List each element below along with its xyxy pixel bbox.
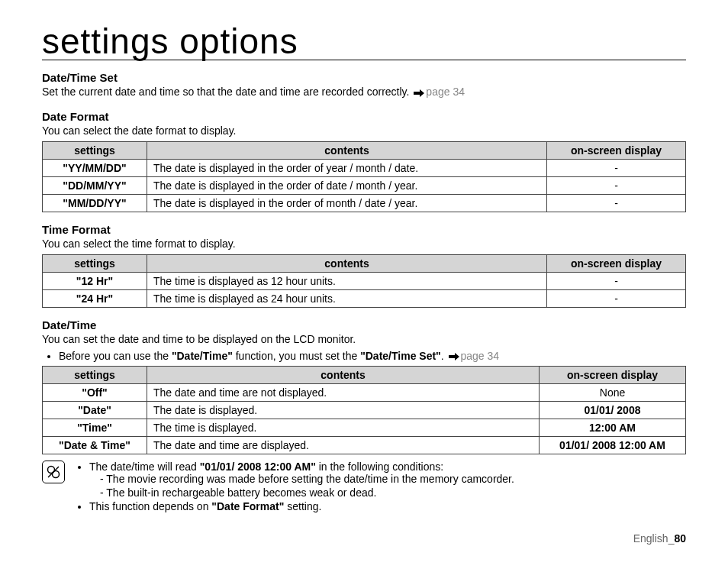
cell-content: The date and time are not displayed. [147,383,540,401]
cell-setting: "DD/MM/YY" [43,176,147,194]
cell-osd: 01/01/ 2008 12:00 AM [540,436,686,454]
th-settings: settings [43,141,147,159]
note-body: The date/time will read "01/01/ 2008 12:… [74,461,686,514]
cell-osd: - [547,159,686,176]
table-header-row: settings contents on-screen display [43,141,686,159]
arrow-icon [449,351,459,363]
section-title-datetimeset: Date/Time Set [42,71,686,84]
cell-content: The date is displayed in the order of ye… [147,159,547,176]
section-text-datetimeset: Set the current date and time so that th… [42,86,686,99]
n1-pre: The date/time will read [89,461,200,473]
table-row: "Off"The date and time are not displayed… [43,383,686,401]
cell-content: The time is displayed as 24 hour units. [147,289,547,307]
cell-setting: "24 Hr" [43,289,147,307]
cell-content: The date is displayed. [147,401,540,419]
n2-post: setting. [284,500,321,512]
n2-b: "Date Format" [211,500,284,512]
cell-osd: 01/01/ 2008 [540,401,686,419]
cell-content: The date and time are displayed. [147,436,540,454]
b-bold1: "Date/Time" [172,350,233,362]
table-timeformat: settings contents on-screen display "12 … [42,254,686,308]
th-settings: settings [43,254,147,272]
th-contents: contents [147,366,540,383]
table-row: "Time"The time is displayed.12:00 AM [43,419,686,436]
table-row: "YY/MM/DD"The date is displayed in the o… [43,159,686,176]
section-title-dateformat: Date Format [42,110,686,123]
table-dateformat: settings contents on-screen display "YY/… [42,141,686,212]
cell-content: The time is displayed. [147,419,540,436]
cell-setting: "Date & Time" [43,436,147,454]
datetime-bullet: Before you can use the "Date/Time" funct… [59,350,686,363]
section-text-dateformat: You can select the date format to displa… [42,124,686,137]
n2-pre: This function depends on [89,500,211,512]
cell-content: The time is displayed as 12 hour units. [147,272,547,289]
cell-setting: "Time" [43,419,147,436]
section-title-datetime: Date/Time [42,318,686,331]
th-contents: contents [147,254,547,272]
cell-setting: "Off" [43,383,147,401]
table-row: "DD/MM/YY"The date is displayed in the o… [43,176,686,194]
page-title: settings options [42,23,686,60]
n1-post: in the following conditions: [316,461,443,473]
page-ref: page 34 [426,86,465,98]
cell-osd: - [547,272,686,289]
table-row: "24 Hr"The time is displayed as 24 hour … [43,289,686,307]
page-ref: page 34 [461,350,500,362]
table-row: "Date"The date is displayed.01/01/ 2008 [43,401,686,419]
table-datetime: settings contents on-screen display "Off… [42,366,686,454]
svg-point-1 [53,470,60,477]
cell-setting: "YY/MM/DD" [43,159,147,176]
arrow-icon [414,87,424,99]
th-osd: on-screen display [547,141,686,159]
n1-b: "01/01/ 2008 12:00 AM" [200,461,316,473]
section-title-timeformat: Time Format [42,223,686,236]
dts-text: Set the current date and time so that th… [42,86,412,98]
th-contents: contents [147,141,547,159]
note-sub1: The movie recording was made before sett… [100,473,686,485]
cell-osd: - [547,194,686,212]
th-settings: settings [43,366,147,383]
table-header-row: settings contents on-screen display [43,254,686,272]
cell-setting: "Date" [43,401,147,419]
cell-osd: - [547,289,686,307]
note-sub2: The built-in rechargeable battery become… [100,486,686,499]
note-icon [42,461,65,483]
cell-osd: None [540,383,686,401]
b-pre: Before you can use the [59,350,172,362]
b-bold2: "Date/Time Set" [360,350,441,362]
th-osd: on-screen display [540,366,686,383]
b-mid: function, you must set the [233,350,360,362]
table-row: "MM/DD/YY"The date is displayed in the o… [43,194,686,212]
cell-content: The date is displayed in the order of mo… [147,194,547,212]
cell-osd: - [547,176,686,194]
cell-setting: "12 Hr" [43,272,147,289]
table-header-row: settings contents on-screen display [43,366,686,383]
datetime-bullets: Before you can use the "Date/Time" funct… [42,350,686,363]
cell-content: The date is displayed in the order of da… [147,176,547,194]
b-post: . [441,350,447,362]
table-row: "12 Hr"The time is displayed as 12 hour … [43,272,686,289]
th-osd: on-screen display [547,254,686,272]
footer-lang: English [633,532,668,545]
page-footer: English_80 [42,532,686,545]
cell-setting: "MM/DD/YY" [43,194,147,212]
table-row: "Date & Time"The date and time are displ… [43,436,686,454]
footer-page: 80 [674,532,686,545]
note-block: The date/time will read "01/01/ 2008 12:… [42,461,686,514]
section-text-datetime: You can set the date and time to be disp… [42,333,686,345]
cell-osd: 12:00 AM [540,419,686,436]
note-line1: The date/time will read "01/01/ 2008 12:… [89,461,686,499]
note-line2: This function depends on "Date Format" s… [89,500,686,512]
section-text-timeformat: You can select the time format to displa… [42,238,686,250]
